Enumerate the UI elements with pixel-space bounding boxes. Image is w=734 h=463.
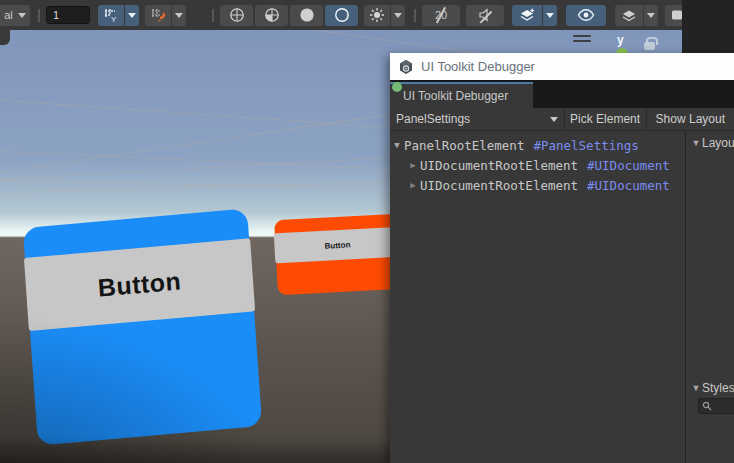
eye-icon: [577, 8, 595, 22]
element-hierarchy-tree[interactable]: ▼ PanelRootElement #PanelSettings ▶ UIDo…: [390, 132, 686, 463]
lighting-toggle-button[interactable]: [325, 5, 358, 26]
toolbar-separator: [38, 9, 40, 22]
shading-shaded-button[interactable]: [290, 5, 323, 26]
show-layout-label: Show Layout: [656, 112, 725, 126]
inspector-panel: ▼ Layout ▼ Styles: [686, 132, 734, 463]
tab-ui-toolkit-debugger[interactable]: UI Toolkit Debugger: [390, 82, 533, 108]
scene-light-button[interactable]: [364, 5, 390, 26]
debugger-toolbar: PanelSettings Pick Element Show Layout: [390, 108, 734, 131]
scene-visibility-percent-button[interactable]: 20: [422, 5, 460, 26]
search-icon: [702, 401, 712, 411]
foldout-closed-icon[interactable]: ▶: [406, 180, 420, 190]
scene-overlay-corner: [0, 30, 10, 45]
chevron-down-icon: [18, 13, 26, 18]
percent-crossed-icon: 20: [435, 9, 447, 21]
tab-status-dot-icon: [392, 82, 402, 92]
svg-text:Y: Y: [111, 15, 117, 23]
handle-orientation-label: al: [4, 9, 13, 21]
chevron-down-icon: [128, 13, 136, 18]
sun-icon: [369, 7, 385, 23]
gizmo-y-axis-label[interactable]: y: [617, 33, 624, 47]
tree-item-id: #UIDocument: [587, 158, 670, 173]
effects-toggle-button[interactable]: [512, 5, 542, 26]
debugger-tab-bar: UI Toolkit Debugger: [390, 80, 734, 108]
scene-visibility-button[interactable]: [566, 5, 606, 26]
foldout-closed-icon[interactable]: ▶: [406, 160, 420, 170]
tree-item-name: UIDocumentRootElement: [420, 158, 578, 173]
handle-orientation-dropdown[interactable]: al: [0, 5, 30, 26]
toolbar-separator: [414, 9, 416, 22]
scene-toolbar: al 1 Y: [0, 0, 682, 30]
shading-wireframe-button[interactable]: [220, 5, 253, 26]
panel-select-dropdown[interactable]: PanelSettings: [390, 108, 564, 130]
pick-element-button[interactable]: Pick Element: [564, 108, 646, 130]
styles-section-header[interactable]: ▼ Styles: [686, 381, 734, 395]
ui-toolkit-debugger-window: UI Toolkit Debugger UI Toolkit Debugger …: [390, 53, 734, 463]
window-title: UI Toolkit Debugger: [421, 59, 535, 74]
ui-toolkit-debugger-icon: [398, 59, 414, 75]
shading-shaded-wireframe-button[interactable]: [255, 5, 288, 26]
snap-magnet-icon: [151, 8, 166, 23]
debugger-titlebar[interactable]: UI Toolkit Debugger: [390, 53, 734, 80]
grid-size-input[interactable]: 1: [46, 6, 90, 24]
shaded-sphere-icon: [299, 7, 315, 23]
layers-button[interactable]: [615, 5, 643, 26]
show-layout-button[interactable]: Show Layout: [646, 108, 734, 130]
effects-dropdown[interactable]: [543, 5, 557, 26]
styles-header-label: Styles: [702, 381, 734, 395]
debugger-content: ▼ PanelRootElement #PanelSettings ▶ UIDo…: [390, 132, 734, 463]
crescent-moon-icon: [334, 7, 350, 23]
tree-item-id: #PanelSettings: [533, 138, 638, 153]
chevron-down-icon: [394, 13, 402, 18]
shaded-wireframe-sphere-icon: [264, 7, 280, 23]
grid-visibility-button[interactable]: Y: [98, 5, 124, 26]
tree-item-name: PanelRootElement: [404, 138, 524, 153]
chevron-down-icon: [546, 13, 554, 18]
chevron-down-icon: [550, 117, 558, 122]
chevron-down-icon: [647, 13, 655, 18]
tree-row-uidocument-2[interactable]: ▶ UIDocumentRootElement #UIDocument: [390, 175, 685, 195]
styles-search-input[interactable]: [698, 398, 734, 414]
layers-icon: [621, 8, 637, 23]
grid-snap-button[interactable]: [145, 5, 171, 26]
scene-light-dropdown[interactable]: [391, 5, 405, 26]
editor-background-corner: [682, 0, 734, 55]
unity-editor-screen: al 1 Y: [0, 0, 734, 463]
pick-element-label: Pick Element: [570, 112, 640, 126]
effects-layers-star-icon: [519, 7, 536, 23]
tree-item-name: UIDocumentRootElement: [420, 178, 578, 193]
speaker-muted-icon: [477, 7, 493, 23]
toolbar-separator: [212, 9, 214, 22]
layers-dropdown[interactable]: [644, 5, 658, 26]
layout-header-label: Layout: [702, 136, 734, 150]
gizmo-lock-icon[interactable]: [644, 42, 655, 50]
layout-section-header[interactable]: ▼ Layout: [686, 136, 734, 150]
overlay-drag-handle[interactable]: [573, 35, 591, 45]
tab-label: UI Toolkit Debugger: [403, 89, 508, 103]
panel-select-value: PanelSettings: [396, 112, 470, 126]
grid-visibility-dropdown[interactable]: [125, 5, 139, 26]
foldout-open-icon: ▼: [690, 138, 702, 148]
tree-row-uidocument-1[interactable]: ▶ UIDocumentRootElement #UIDocument: [390, 155, 685, 175]
audio-mute-button[interactable]: [466, 5, 504, 26]
wireframe-sphere-icon: [229, 7, 245, 23]
foldout-open-icon[interactable]: ▼: [390, 140, 404, 150]
grid-snap-dropdown[interactable]: [172, 5, 186, 26]
tree-row-panel-root[interactable]: ▼ PanelRootElement #PanelSettings: [390, 135, 685, 155]
tree-item-id: #UIDocument: [587, 178, 670, 193]
chevron-down-icon: [175, 13, 183, 18]
grid-y-icon: Y: [104, 8, 119, 23]
foldout-open-icon: ▼: [690, 383, 702, 393]
